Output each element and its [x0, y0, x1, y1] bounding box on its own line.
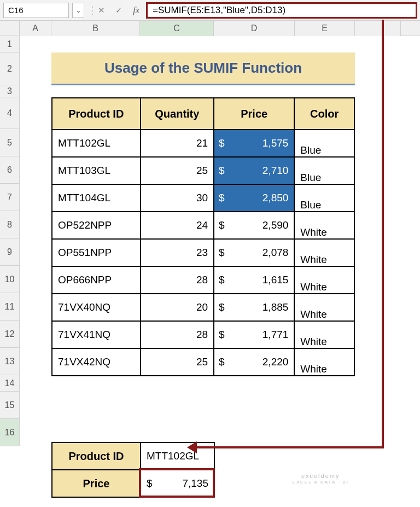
cell-color[interactable]: White [294, 239, 354, 266]
cell-product-id[interactable]: OP522NPP [52, 212, 141, 239]
dollar-sign: $ [219, 137, 225, 149]
accept-formula-button[interactable]: ✓ [112, 3, 126, 18]
row-header-14[interactable]: 14 [0, 375, 20, 392]
dollar-sign: $ [147, 477, 153, 489]
row-header-2[interactable]: 2 [0, 53, 20, 85]
row-header-11[interactable]: 11 [0, 293, 20, 320]
cell-quantity[interactable]: 23 [141, 239, 214, 266]
header-color[interactable]: Color [294, 98, 354, 130]
column-header-C[interactable]: C [140, 21, 214, 36]
price-number: 1,885 [220, 301, 288, 313]
row-header-4[interactable]: 4 [0, 97, 20, 129]
cell-price[interactable]: $2,710 [214, 157, 294, 184]
header-price[interactable]: Price [214, 98, 294, 130]
formula-input[interactable]: =SUMIF(E5:E13,"Blue",D5:D13) [147, 3, 417, 18]
chevron-down-icon: ⌄ [75, 6, 81, 14]
cell-quantity[interactable]: 25 [141, 348, 214, 376]
row-header-5[interactable]: 5 [0, 129, 20, 156]
row-header-6[interactable]: 6 [0, 156, 20, 184]
watermark-line2: EXCEL & DATA · BI [292, 480, 349, 485]
price-number: 2,220 [220, 356, 288, 368]
row-headers: 1 2 3 4 5 6 7 8 9 10 11 12 13 14 15 16 [0, 36, 20, 446]
cell-product-id[interactable]: OP666NPP [52, 266, 141, 294]
table-row: MTT103GL25$2,710Blue [52, 157, 354, 184]
cell-product-id[interactable]: MTT102GL [52, 130, 141, 157]
cell-product-id[interactable]: OP551NPP [52, 239, 141, 266]
dollar-sign: $ [219, 301, 225, 313]
dollar-sign: $ [219, 165, 225, 177]
cell-quantity[interactable]: 30 [141, 184, 214, 212]
fx-icon: fx [133, 5, 139, 15]
cancel-formula-button[interactable]: ✕ [94, 3, 108, 18]
row-header-16[interactable]: 16 [0, 419, 20, 446]
name-box[interactable]: C16 [3, 3, 69, 18]
cell-quantity[interactable]: 20 [141, 294, 214, 321]
cell-price[interactable]: $2,078 [214, 239, 294, 266]
cell-price[interactable]: $1,615 [214, 266, 294, 294]
arrow-head-icon [187, 441, 197, 453]
header-product-id[interactable]: Product ID [52, 98, 141, 130]
cell-price[interactable]: $2,850 [214, 184, 294, 212]
cell-price[interactable]: $1,885 [214, 294, 294, 321]
header-quantity[interactable]: Quantity [141, 98, 214, 130]
row-header-10[interactable]: 10 [0, 266, 20, 293]
row-header-15[interactable]: 15 [0, 392, 20, 419]
column-header-B[interactable]: B [51, 21, 140, 36]
row-header-12[interactable]: 12 [0, 320, 20, 348]
cell-quantity[interactable]: 28 [141, 321, 214, 348]
row-header-7[interactable]: 7 [0, 184, 20, 211]
column-header-F[interactable] [355, 21, 401, 36]
spreadsheet-grid: A B C D E 1 2 3 4 5 6 7 8 9 10 11 12 13 … [0, 21, 420, 446]
title-merged-cell[interactable]: Usage of the SUMIF Function [51, 53, 355, 85]
dollar-sign: $ [219, 274, 225, 286]
row-header-1[interactable]: 1 [0, 36, 20, 53]
cell-product-id[interactable]: 71VX40NQ [52, 294, 141, 321]
cell-color[interactable]: Blue [294, 157, 354, 184]
price-number: 1,575 [220, 137, 288, 149]
column-header-E[interactable]: E [295, 21, 355, 36]
lookup-price-label[interactable]: Price [52, 470, 141, 497]
column-header-A[interactable]: A [20, 21, 51, 36]
select-all-corner[interactable] [0, 21, 20, 36]
dollar-sign: $ [219, 356, 225, 368]
row-header-3[interactable]: 3 [0, 85, 20, 97]
row-header-13[interactable]: 13 [0, 348, 20, 375]
price-number: 2,850 [220, 192, 288, 204]
lookup-pid-label[interactable]: Product ID [52, 442, 141, 470]
cell-color[interactable]: White [294, 294, 354, 321]
cell-product-id[interactable]: 71VX42NQ [52, 348, 141, 376]
insert-function-button[interactable]: fx [129, 3, 143, 18]
table-row: OP551NPP23$2,078White [52, 239, 354, 266]
cell-color[interactable]: Blue [294, 130, 354, 157]
cell-product-id[interactable]: MTT103GL [52, 157, 141, 184]
name-box-dropdown[interactable]: ⌄ [72, 3, 84, 18]
cell-area[interactable]: Usage of the SUMIF Function Product ID Q… [20, 36, 420, 446]
cell-color[interactable]: White [294, 348, 354, 376]
cell-color[interactable]: White [294, 266, 354, 294]
cell-price[interactable]: $1,771 [214, 321, 294, 348]
cell-price[interactable]: $2,220 [214, 348, 294, 376]
column-header-D[interactable]: D [214, 21, 295, 36]
table-row: MTT102GL21$1,575Blue [52, 130, 354, 157]
data-table: Product ID Quantity Price Color MTT102GL… [51, 97, 355, 376]
divider: ⋮ [88, 4, 91, 16]
row-header-8[interactable]: 8 [0, 211, 20, 238]
row-header-9[interactable]: 9 [0, 238, 20, 266]
cell-price[interactable]: $1,575 [214, 130, 294, 157]
cell-price[interactable]: $2,590 [214, 212, 294, 239]
price-number: 1,615 [220, 274, 288, 286]
dollar-sign: $ [219, 329, 225, 341]
lookup-price-value[interactable]: $ 7,135 [141, 470, 214, 497]
cell-quantity[interactable]: 21 [141, 130, 214, 157]
cell-quantity[interactable]: 25 [141, 157, 214, 184]
cell-quantity[interactable]: 28 [141, 266, 214, 294]
cell-color[interactable]: White [294, 212, 354, 239]
table-row: MTT104GL30$2,850Blue [52, 184, 354, 212]
cell-color[interactable]: Blue [294, 184, 354, 212]
cell-product-id[interactable]: 71VX41NQ [52, 321, 141, 348]
price-number: 2,078 [220, 247, 288, 259]
cell-product-id[interactable]: MTT104GL [52, 184, 141, 212]
arrow-annotation-horizontal [195, 446, 384, 448]
cell-color[interactable]: White [294, 321, 354, 348]
cell-quantity[interactable]: 24 [141, 212, 214, 239]
